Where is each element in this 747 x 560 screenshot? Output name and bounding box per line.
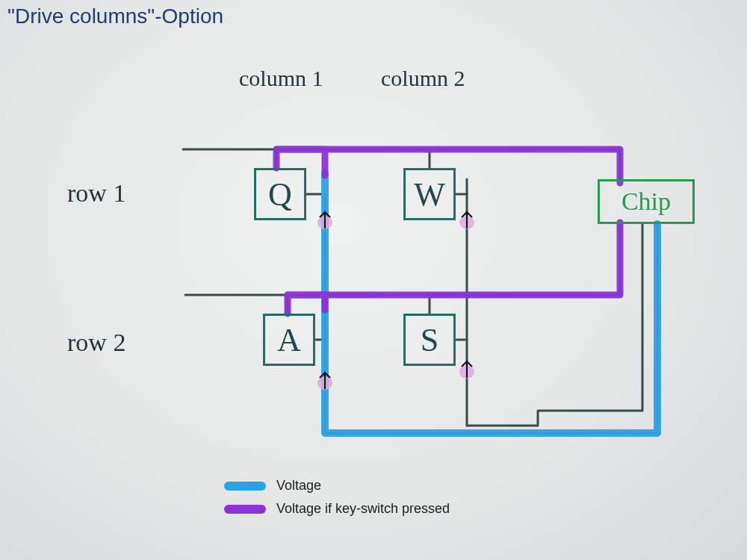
- voltage-overlay: [0, 0, 747, 560]
- legend-swatch-voltage-pressed: [224, 505, 266, 514]
- chip: Chip: [598, 179, 695, 224]
- diode-icon: [459, 358, 475, 379]
- paper-background: "Drive columns"-Option column 1 column 2…: [0, 0, 747, 560]
- voltage-pressed-overlay: [0, 0, 747, 560]
- legend-label-voltage-pressed: Voltage if key-switch pressed: [276, 501, 450, 517]
- legend-label-voltage: Voltage: [276, 478, 321, 494]
- legend-row-voltage: Voltage: [224, 478, 450, 494]
- row-2-label: row 2: [67, 329, 125, 357]
- svg-point-0: [317, 216, 332, 229]
- key-A: A: [263, 314, 315, 366]
- legend: Voltage Voltage if key-switch pressed: [224, 478, 450, 524]
- page-title: "Drive columns"-Option: [7, 4, 223, 28]
- pencil-wires: [0, 0, 747, 560]
- column-2-label: column 2: [381, 66, 465, 91]
- key-W: W: [403, 168, 456, 220]
- diode-icon: [317, 370, 333, 391]
- key-S: S: [403, 314, 456, 366]
- legend-swatch-voltage: [224, 482, 266, 491]
- column-1-label: column 1: [239, 66, 323, 91]
- row-1-label: row 1: [67, 179, 125, 208]
- legend-row-voltage-pressed: Voltage if key-switch pressed: [224, 501, 450, 517]
- svg-point-2: [459, 216, 474, 229]
- svg-point-6: [459, 365, 474, 379]
- key-Q: Q: [254, 168, 306, 220]
- svg-point-4: [317, 376, 332, 390]
- diode-icon: [459, 209, 475, 230]
- diode-icon: [317, 209, 333, 230]
